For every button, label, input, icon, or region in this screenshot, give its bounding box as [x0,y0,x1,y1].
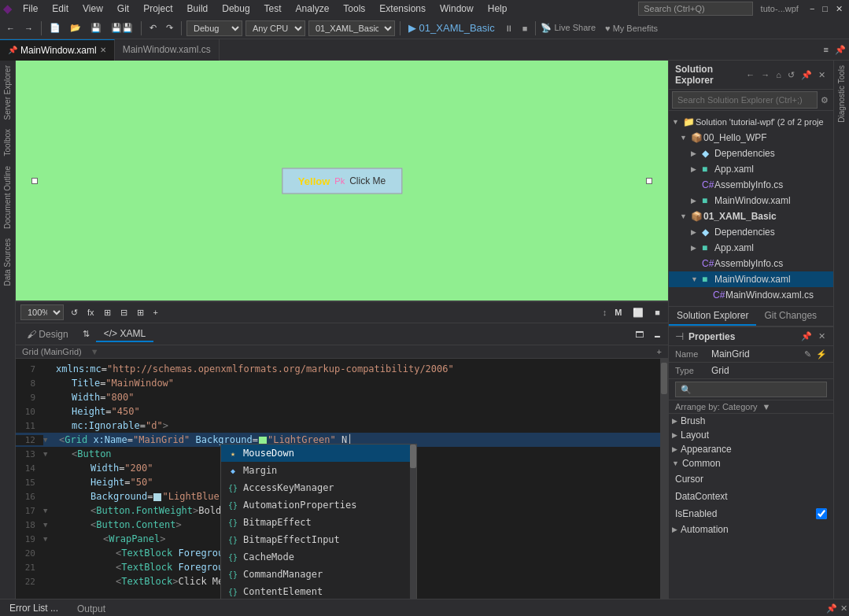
run-button[interactable]: ▶ 01_XAML_Basic [405,20,498,35]
tree-arrow-deps-hello[interactable]: ▶ [691,149,702,157]
zoom-expand-button[interactable]: ⬜ [629,306,647,319]
menu-help[interactable]: Help [482,2,514,16]
isenabled-checkbox[interactable] [816,508,827,519]
sol-home-button[interactable]: ⌂ [774,69,783,81]
tree-item-app-xaml-basic[interactable]: ▶ ■ App.xaml [669,240,833,256]
editor-scrollbar[interactable] [660,359,668,599]
tab-xaml[interactable]: </> XAML [96,326,153,342]
resize-handle-right[interactable] [646,178,652,184]
swap-view-button[interactable]: ⇅ [79,327,93,341]
tree-arrow-app-basic[interactable]: ▶ [691,244,702,252]
sol-back-button[interactable]: ← [744,69,756,81]
zoom-minus-button[interactable]: ⊞ [135,307,146,319]
search-box[interactable]: Search (Ctrl+Q) [638,2,752,16]
grid-dropdown-arrow[interactable]: ▼ [90,347,99,356]
tab-git-changes[interactable]: Git Changes [756,307,825,326]
ac-item-commandmanager[interactable]: {} CommandManager [221,566,416,583]
sidebar-server-explorer[interactable]: Server Explorer [2,61,13,124]
tree-arrow-xaml-basic[interactable]: ▼ [680,212,691,220]
expand-pane-button[interactable]: 🗖 [632,328,647,341]
sidebar-diagnostic-tools[interactable]: Diagnostic Tools [836,61,847,127]
menu-extensions[interactable]: Extensions [373,2,432,16]
ac-item-accesskeymanager[interactable]: {} AccessKeyManager [221,479,416,496]
menu-file[interactable]: File [17,2,44,16]
zoom-level-dropdown[interactable]: 100% 50% 200% [20,304,64,320]
sol-search-input[interactable] [672,91,818,109]
resize-handle-left[interactable] [31,178,38,184]
tab-mainwindow-cs[interactable]: MainWindow.xaml.cs [115,39,220,61]
props-arrange-dropdown[interactable]: ▼ [762,402,771,411]
platform-dropdown[interactable]: Any CPU [245,20,305,36]
tree-item-mainwindow-hello[interactable]: ▶ ■ MainWindow.xaml [669,193,833,208]
props-search-input[interactable] [675,382,827,397]
tree-arrow-deps-basic[interactable]: ▶ [691,228,702,236]
tree-arrow-hello-wpf[interactable]: ▼ [680,134,691,142]
undo-button[interactable]: ↶ [146,21,160,35]
menu-window[interactable]: Window [434,2,480,16]
tab-close-xaml[interactable]: ✕ [100,46,106,54]
tab-mainwindow-xaml[interactable]: 📌 MainWindow.xaml ✕ [0,39,115,61]
ac-item-margin[interactable]: ◆ Margin [221,462,416,479]
menu-git[interactable]: Git [111,2,135,16]
menu-build[interactable]: Build [181,2,215,16]
add-element-button[interactable]: + [657,347,662,356]
sol-forward-button[interactable]: → [759,69,771,81]
sol-close-button[interactable]: ✕ [817,69,827,81]
live-share-button[interactable]: 📡 Live Share [541,23,596,33]
menu-tools[interactable]: Tools [337,2,371,16]
zoom-collapse-button[interactable]: ■ [652,306,663,319]
collapse-pane-button[interactable]: 🗕 [650,328,665,341]
tab-options-button[interactable]: ≡ [821,43,832,56]
menu-edit[interactable]: Edit [46,2,75,16]
tree-item-hello-wpf[interactable]: ▼ 📦 00_Hello_WPF [669,130,833,146]
debug-config-dropdown[interactable]: Debug Release [186,20,242,36]
props-name-lightning-button[interactable]: ⚡ [816,349,827,360]
props-section-brush-header[interactable]: ▶ Brush [669,414,833,428]
minimize-button[interactable]: − [807,2,818,15]
tree-item-mainwindow-cs-basic[interactable]: ▶ C# MainWindow.xaml.cs [669,287,833,303]
tree-item-assemblyinfo-basic[interactable]: ▶ C# AssemblyInfo.cs [669,256,833,271]
tree-item-app-xaml-hello[interactable]: ▶ ■ App.xaml [669,161,833,177]
new-project-button[interactable]: 📄 [46,21,64,35]
canvas-button[interactable]: Yellow Pk Click Me [282,168,402,194]
zoom-grid-button[interactable]: ⊞ [102,307,113,319]
menu-view[interactable]: View [76,2,109,16]
ac-scroll-thumb[interactable] [410,444,416,468]
zoom-fx-button[interactable]: fx [85,307,97,318]
ac-item-cachemode[interactable]: {} CacheMode [221,548,416,566]
props-section-automation-header[interactable]: ▶ Automation [669,522,833,537]
tab-design[interactable]: 🖌 Design [19,327,76,341]
tree-item-mainwindow-basic[interactable]: ▼ ■ MainWindow.xaml [669,271,833,287]
save-button[interactable]: 💾 [87,21,105,35]
forward-button[interactable]: → [21,22,36,35]
menu-debug[interactable]: Debug [216,2,256,16]
open-button[interactable]: 📂 [67,21,84,35]
restore-button[interactable]: □ [819,2,831,15]
zoom-plus-button[interactable]: + [151,307,161,318]
ac-item-bitmapeffectinput[interactable]: {} BitmapEffectInput [221,531,416,548]
sidebar-data-sources[interactable]: Data Sources [2,234,13,291]
tab-solution-explorer[interactable]: Solution Explorer [669,307,756,326]
zoom-refresh-button[interactable]: ↺ [68,307,80,319]
props-name-edit-button[interactable]: ✎ [804,349,811,360]
ac-item-mousedown[interactable]: ★ MouseDown [221,444,416,462]
sidebar-document-outline[interactable]: Document Outline [2,161,13,234]
tree-arrow-app-hello[interactable]: ▶ [691,165,702,173]
tree-item-deps-basic[interactable]: ▶ ◆ Dependencies [669,224,833,240]
scroll-thumb[interactable] [661,363,667,394]
props-pin-button[interactable]: 📌 [799,330,814,342]
tree-arrow-mainwindow-basic[interactable]: ▼ [691,275,702,283]
sol-pin-button[interactable]: 📌 [799,69,814,81]
bottom-panel-pin[interactable]: 📌 [825,603,839,614]
menu-test[interactable]: Test [258,2,288,16]
ac-item-contentelement[interactable]: {} ContentElement [221,583,416,599]
props-close-button[interactable]: ✕ [817,330,827,342]
code-editor[interactable]: 7 xmlns:mc="http://schemas.openxmlformat… [16,359,668,599]
close-button[interactable]: ✕ [832,2,846,16]
sol-settings-button[interactable]: ⚙ [819,94,830,106]
autocomplete-scrollbar[interactable] [410,444,416,599]
pause-button[interactable]: ⏸ [501,22,516,35]
tree-item-xaml-basic[interactable]: ▼ 📦 01_XAML_Basic [669,208,833,224]
sidebar-toolbox[interactable]: Toolbox [2,124,13,160]
props-section-appearance-header[interactable]: ▶ Appearance [669,442,833,456]
